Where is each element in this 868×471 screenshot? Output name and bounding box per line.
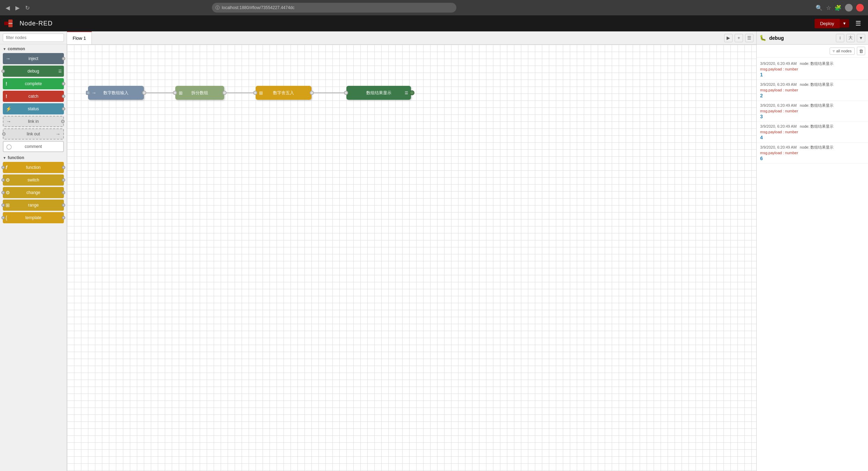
deploy-button[interactable]: Deploy	[815, 19, 840, 28]
search-icon[interactable]: 🔍	[816, 5, 823, 11]
menu-button[interactable]: ☰	[853, 18, 864, 29]
right-panel: 🐛 debug i 大 ▼ ▿ all nodes 🗑 3/9/2020, 6:…	[756, 31, 868, 471]
n1-arrow-icon: →	[91, 90, 96, 96]
sidebar-node-function[interactable]: f function	[3, 162, 64, 173]
svg-rect-0	[4, 22, 8, 25]
n3-port-right	[310, 91, 314, 95]
category-arrow-common: ▼	[3, 47, 6, 51]
function-port-left	[1, 166, 5, 169]
debug-msg-3-value: 3	[760, 114, 865, 119]
function-nodes: f function ⚙ switch ⚙ change ⊞	[0, 161, 67, 224]
link-in-port-right	[61, 120, 65, 123]
logo-icon	[4, 20, 17, 27]
clear-debug-button[interactable]: 🗑	[857, 47, 865, 55]
n4-menu-icon: ☰	[405, 91, 408, 95]
secure-icon: ⓘ	[215, 5, 220, 11]
function-label: function	[26, 165, 41, 170]
debug-msg-3-header: 3/9/2020, 6:20:49 AM node: 数组结果显示	[760, 103, 865, 108]
panel-settings-button[interactable]: 大	[846, 34, 855, 42]
app-title: Node-RED	[20, 20, 53, 27]
reload-button[interactable]: ↻	[24, 3, 31, 13]
template-icon: {	[6, 215, 7, 220]
debug-panel-title: debug	[769, 35, 784, 41]
sidebar-node-status[interactable]: ⚡ status	[3, 103, 64, 114]
debug-msg-5-header: 3/9/2020, 6:20:49 AM node: 数组结果显示	[760, 145, 865, 150]
link-out-port-left	[2, 132, 6, 136]
function-port-right	[62, 166, 65, 169]
n4-label: 数组结果显示	[366, 90, 391, 96]
svg-rect-2	[8, 24, 13, 27]
sidebar-node-switch[interactable]: ⚙ switch	[3, 174, 64, 186]
sidebar-node-complete[interactable]: ! complete	[3, 78, 64, 89]
debug-panel-header: 🐛 debug i 大 ▼	[757, 31, 868, 45]
range-port-right	[62, 203, 65, 207]
tab-play-button[interactable]: ▶	[724, 34, 733, 42]
n4-port-left	[344, 91, 348, 95]
category-arrow-function: ▼	[3, 156, 6, 160]
filter-label: all nodes	[836, 49, 852, 53]
inject-port-right	[62, 57, 65, 60]
browser-icons: 🔍 ☆ 🧩	[816, 4, 864, 12]
common-nodes: → inject debug ☰ ! complete ! catch	[0, 52, 67, 153]
n2-label: 拆分数组	[191, 90, 208, 96]
canvas-node-n4[interactable]: 数组结果显示 ☰	[346, 86, 411, 100]
debug-message-5: 3/9/2020, 6:20:49 AM node: 数组结果显示 msg.pa…	[757, 143, 868, 164]
debug-msg-5-type: msg.payload : number	[760, 151, 865, 155]
deploy-dropdown[interactable]: ▼	[840, 19, 849, 28]
comment-icon: ◯	[6, 144, 12, 149]
range-icon: ⊞	[6, 202, 10, 208]
range-label: range	[28, 203, 39, 208]
debug-messages-list: 3/9/2020, 6:20:49 AM node: 数组结果显示 msg.pa…	[757, 58, 868, 471]
back-button[interactable]: ◀	[4, 3, 11, 13]
inject-label: inject	[28, 56, 38, 61]
debug-msg-5-timestamp: 3/9/2020, 6:20:49 AM	[760, 145, 797, 149]
category-common[interactable]: ▼ common	[0, 44, 67, 52]
template-label: template	[25, 215, 41, 220]
inject-icon: →	[6, 56, 10, 61]
status-label: status	[28, 106, 39, 111]
tab-add-button[interactable]: +	[735, 34, 743, 42]
filter-all-nodes-button[interactable]: ▿ all nodes	[830, 47, 855, 55]
debug-msg-1-timestamp: 3/9/2020, 6:20:49 AM	[760, 61, 797, 66]
panel-info-button[interactable]: i	[836, 34, 844, 42]
debug-msg-1-node: node: 数组结果显示	[800, 61, 834, 66]
filter-nodes-input[interactable]	[3, 33, 64, 42]
address-bar[interactable]: ⓘ localhost:1880/#flow/73554227.4474dc	[212, 3, 456, 13]
url-text: localhost:1880/#flow/73554227.4474dc	[222, 5, 294, 10]
switch-port-left	[1, 178, 5, 182]
category-function[interactable]: ▼ function	[0, 153, 67, 161]
canvas-node-n3[interactable]: ⊞ 数字舍五入	[256, 86, 311, 100]
tab-menu-button[interactable]: ☰	[745, 34, 753, 42]
debug-msg-3-type: msg.payload : number	[760, 109, 865, 113]
sidebar-node-comment[interactable]: ◯ comment	[3, 141, 64, 152]
sidebar-search-area	[0, 31, 67, 44]
connections-svg	[67, 45, 756, 471]
sidebar-node-debug[interactable]: debug ☰	[3, 66, 64, 77]
debug-msg-3-node: node: 数组结果显示	[800, 103, 834, 107]
n3-label: 数字舍五入	[273, 90, 294, 96]
account-avatar[interactable]	[856, 4, 864, 12]
forward-button[interactable]: ▶	[14, 3, 21, 13]
range-port-left	[1, 203, 5, 207]
sidebar-node-change[interactable]: ⚙ change	[3, 187, 64, 198]
sidebar-node-link-in[interactable]: → link in	[3, 116, 64, 127]
extension-icon[interactable]: 🧩	[834, 5, 841, 11]
sidebar-node-range[interactable]: ⊞ range	[3, 200, 64, 211]
canvas-grid[interactable]: → 数字数组输入 ⊞ 拆分数组 ⊞ 数字舍五入 数组结果显示	[67, 45, 756, 471]
canvas-node-n2[interactable]: ⊞ 拆分数组	[175, 86, 224, 100]
sidebar-node-inject[interactable]: → inject	[3, 53, 64, 64]
canvas-node-n1[interactable]: → 数字数组输入	[88, 86, 144, 100]
sidebar-node-link-out[interactable]: link out →	[3, 128, 64, 140]
profile-avatar[interactable]	[845, 4, 853, 12]
tab-flow1[interactable]: Flow 1	[67, 31, 92, 44]
browser-chrome: ◀ ▶ ↻ ⓘ localhost:1880/#flow/73554227.44…	[0, 0, 868, 15]
sidebar-node-template[interactable]: { template	[3, 212, 64, 223]
panel-collapse-button[interactable]: ▼	[857, 34, 865, 42]
canvas-area: Flow 1 ▶ + ☰ → 数字数组输入	[67, 31, 756, 471]
bookmark-icon[interactable]: ☆	[826, 5, 831, 11]
comment-label: comment	[25, 144, 42, 149]
debug-msg-3-timestamp: 3/9/2020, 6:20:49 AM	[760, 103, 797, 107]
filter-icon: ▿	[833, 49, 835, 53]
sidebar-node-catch[interactable]: ! catch	[3, 91, 64, 102]
debug-label: debug	[28, 69, 39, 74]
